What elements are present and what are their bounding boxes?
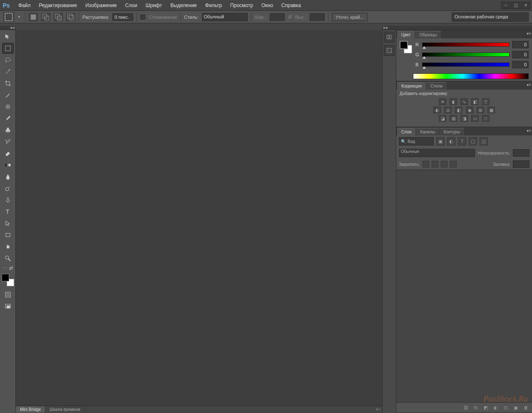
- panel-menu-icon[interactable]: ▾≡: [527, 31, 531, 36]
- lock-image-icon[interactable]: [432, 161, 438, 168]
- fg-color-box[interactable]: [400, 41, 408, 49]
- vibrance-icon[interactable]: ▽: [482, 98, 490, 105]
- panel-menu-icon[interactable]: ▾≡: [527, 128, 531, 133]
- menu-file[interactable]: Файл: [14, 1, 35, 10]
- selection-subtract-icon[interactable]: [54, 13, 63, 21]
- current-tool-icon[interactable]: [3, 13, 14, 22]
- tab-color[interactable]: Цвет: [397, 31, 415, 38]
- wand-tool[interactable]: [2, 66, 14, 77]
- eyedropper-tool[interactable]: [2, 90, 14, 100]
- quickmask-tool[interactable]: [2, 289, 14, 300]
- move-tool[interactable]: [2, 31, 14, 42]
- path-select-tool[interactable]: [2, 218, 14, 229]
- properties-panel-icon[interactable]: [384, 45, 395, 56]
- hand-tool[interactable]: [2, 241, 14, 252]
- refine-edge-button[interactable]: Уточн. край...: [332, 13, 368, 21]
- menu-select[interactable]: Выделение: [166, 1, 201, 10]
- filter-adjust-icon[interactable]: ◐: [447, 137, 455, 145]
- link-layers-icon[interactable]: ⛓: [462, 404, 470, 411]
- curves-icon[interactable]: ∿: [460, 98, 468, 105]
- g-slider[interactable]: [422, 53, 510, 57]
- tab-paths[interactable]: Контуры: [440, 128, 464, 135]
- selection-intersect-icon[interactable]: [66, 13, 75, 21]
- b-value-input[interactable]: [512, 61, 529, 68]
- selection-add-icon[interactable]: [41, 13, 50, 21]
- exposure-icon[interactable]: ◧: [471, 98, 479, 105]
- style-select[interactable]: Обычный: [202, 13, 248, 21]
- marquee-tool[interactable]: [2, 43, 14, 54]
- fill-input[interactable]: [513, 160, 530, 168]
- antialias-checkbox[interactable]: [140, 15, 145, 20]
- minimize-button[interactable]: ─: [501, 2, 510, 9]
- channel-mixer-icon[interactable]: ⊞: [477, 107, 484, 113]
- adjustment-layer-icon[interactable]: ◐: [492, 404, 500, 411]
- layers-list[interactable]: [396, 170, 532, 403]
- healing-tool[interactable]: [2, 101, 14, 112]
- history-brush-tool[interactable]: [2, 136, 14, 147]
- menu-help[interactable]: Справка: [277, 1, 305, 10]
- feather-input[interactable]: [112, 13, 133, 21]
- menu-view[interactable]: Просмотр: [226, 1, 257, 10]
- tab-swatches[interactable]: Образцы: [415, 31, 441, 38]
- posterize-icon[interactable]: ▤: [450, 115, 457, 122]
- photo-filter-icon[interactable]: ◉: [466, 107, 473, 113]
- stamp-tool[interactable]: [2, 125, 14, 135]
- layer-filter-kind[interactable]: 🔍 Вид: [399, 137, 434, 145]
- maximize-button[interactable]: ◱: [511, 2, 520, 9]
- panels-collapse[interactable]: ▶▶: [382, 26, 532, 30]
- r-slider[interactable]: [422, 43, 510, 47]
- tab-adjustments[interactable]: Коррекция: [397, 82, 426, 90]
- menu-type[interactable]: Шрифт: [142, 1, 166, 10]
- delete-layer-icon[interactable]: 🗑: [522, 404, 530, 411]
- bw-icon[interactable]: ◧: [455, 107, 462, 113]
- hue-icon[interactable]: ◐: [433, 107, 441, 113]
- filter-pixel-icon[interactable]: ▣: [436, 137, 445, 145]
- menu-image[interactable]: Изображение: [81, 1, 121, 10]
- panel-menu-icon[interactable]: ▾≡: [527, 83, 531, 87]
- tab-channels[interactable]: Каналы: [416, 128, 439, 135]
- tab-styles[interactable]: Стили: [426, 82, 447, 90]
- dodge-tool[interactable]: [2, 183, 14, 194]
- close-button[interactable]: ✕: [521, 2, 530, 9]
- menu-window[interactable]: Окно: [257, 1, 277, 10]
- filter-smart-icon[interactable]: ◫: [480, 137, 488, 145]
- b-slider[interactable]: [422, 63, 510, 67]
- levels-icon[interactable]: ▮: [450, 98, 457, 105]
- color-spectrum[interactable]: [413, 73, 529, 79]
- tool-preset-dropdown[interactable]: ▼: [17, 15, 22, 19]
- lock-position-icon[interactable]: [441, 161, 447, 168]
- color-swatches[interactable]: [2, 274, 14, 286]
- r-value-input[interactable]: [512, 41, 529, 48]
- gradient-map-icon[interactable]: ▭: [471, 115, 479, 122]
- menu-edit[interactable]: Редактирование: [35, 1, 81, 10]
- edit-toolbar-icon[interactable]: ⋯: [2, 265, 7, 271]
- new-layer-icon[interactable]: ▣: [512, 404, 520, 411]
- swap-colors-icon[interactable]: ⇄: [8, 265, 14, 271]
- g-value-input[interactable]: [512, 51, 529, 58]
- type-tool[interactable]: T: [2, 206, 14, 217]
- zoom-tool[interactable]: [2, 253, 14, 264]
- filter-shape-icon[interactable]: ▢: [469, 137, 477, 145]
- pen-tool[interactable]: [2, 195, 14, 205]
- brush-tool[interactable]: [2, 113, 14, 124]
- selection-new-icon[interactable]: [29, 13, 38, 21]
- gradient-tool[interactable]: [2, 160, 14, 170]
- layer-mask-icon[interactable]: ◩: [482, 404, 490, 411]
- lookup-icon[interactable]: ▦: [487, 107, 495, 113]
- blend-mode-select[interactable]: Обычные: [399, 149, 475, 157]
- bottom-collapse-icon[interactable]: ▼≡: [375, 408, 382, 411]
- threshold-icon[interactable]: ◨: [460, 115, 468, 122]
- filter-type-icon[interactable]: T: [458, 137, 466, 145]
- balance-icon[interactable]: ⚖: [444, 107, 452, 113]
- crop-tool[interactable]: [2, 78, 14, 89]
- tab-mini-bridge[interactable]: Mini Bridge: [16, 406, 45, 413]
- foreground-color[interactable]: [2, 274, 9, 281]
- eraser-tool[interactable]: [2, 148, 14, 159]
- invert-icon[interactable]: ◪: [439, 115, 446, 122]
- workspace-select[interactable]: Основная рабочая среда: [452, 13, 529, 22]
- toolbar-collapse[interactable]: ◀◀: [0, 26, 16, 30]
- menu-layers[interactable]: Слои: [121, 1, 142, 10]
- screenmode-tool[interactable]: [2, 301, 14, 312]
- blur-tool[interactable]: [2, 171, 14, 182]
- tab-layers[interactable]: Слои: [397, 128, 415, 135]
